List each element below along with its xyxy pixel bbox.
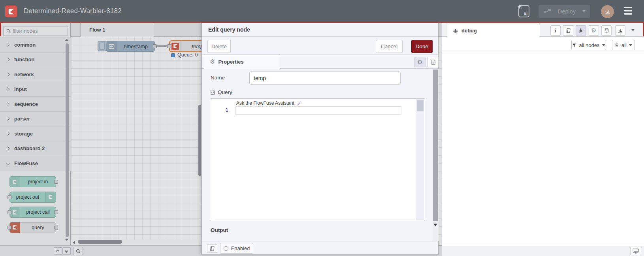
node-help-button[interactable]	[207, 244, 217, 253]
magic-wand-icon	[297, 100, 302, 106]
chevron-right-icon	[6, 132, 10, 136]
tab-properties[interactable]: ⚙ Properties	[204, 54, 280, 69]
palette-category-parser[interactable]: parser	[0, 112, 71, 127]
palette-scroll-up-icon[interactable]	[65, 39, 69, 41]
chevron-down-icon	[6, 161, 10, 165]
editor-current-line[interactable]	[235, 106, 401, 115]
query-code-editor[interactable]: Ask the FlowFuse Assistant 1	[210, 98, 425, 221]
node-output-port[interactable]	[54, 210, 58, 214]
palette-scroll-down-icon[interactable]	[65, 239, 69, 241]
node-input-port[interactable]	[8, 210, 11, 214]
inject-node-timestamp[interactable]: timestamp	[106, 41, 155, 52]
chevron-right-icon	[6, 43, 10, 47]
user-avatar[interactable]: st	[601, 5, 614, 18]
node-status-dot	[171, 53, 175, 57]
deploy-button[interactable]: Deploy	[539, 5, 590, 18]
chevron-down-icon	[602, 44, 605, 46]
name-field-label: Name	[211, 75, 225, 81]
palette-category-flowfuse[interactable]: FlowFuse	[0, 156, 71, 171]
node-input-port[interactable]	[167, 44, 171, 48]
gear-icon: ⚙	[591, 28, 596, 34]
debug-clear-button[interactable]: all	[612, 40, 635, 50]
editor-scrollbar-thumb[interactable]	[417, 100, 424, 111]
node-input-port[interactable]	[8, 195, 11, 199]
done-button[interactable]: Done	[411, 40, 433, 53]
expand-all-button[interactable]	[62, 247, 71, 255]
document-icon	[430, 59, 436, 65]
funnel-icon	[572, 43, 576, 47]
assistant-placeholder[interactable]: Ask the FlowFuse Assistant	[236, 100, 302, 106]
header: Determined-Reed-Warbler-8182 AI Deploy s…	[0, 0, 644, 23]
query-section-label: Query	[210, 89, 232, 95]
palette-node-project-call[interactable]: project call	[9, 207, 56, 218]
code-file-icon	[210, 89, 215, 95]
palette-category-network[interactable]: network	[0, 67, 71, 82]
inject-trigger-button[interactable]	[98, 41, 106, 51]
ai-assistant-button[interactable]: AI	[518, 5, 529, 17]
dialog-scrollbar-track[interactable]	[433, 69, 439, 241]
palette-category-input[interactable]: input	[0, 82, 71, 97]
palette-category-common[interactable]: common	[0, 38, 71, 53]
deploy-label: Deploy	[551, 8, 582, 15]
node-output-port[interactable]	[54, 180, 58, 184]
debug-footer	[442, 246, 644, 256]
palette-category-sequence[interactable]: sequence	[0, 97, 71, 112]
chevron-right-icon	[6, 102, 10, 106]
output-section-label: Output	[211, 227, 228, 233]
search-icon	[6, 28, 11, 34]
palette-node-project-in[interactable]: project in	[9, 176, 56, 187]
enabled-toggle-button[interactable]: Enabled	[220, 243, 253, 254]
scroll-down-icon[interactable]	[433, 224, 437, 226]
node-settings-button[interactable]: ⚙	[414, 57, 426, 67]
flowfuse-node-icon	[10, 177, 20, 187]
name-input[interactable]	[249, 72, 401, 85]
canvas-vertical-scrollbar[interactable]	[198, 105, 201, 176]
config-nodes-button[interactable]: ⚙	[589, 25, 599, 36]
gear-icon: ⚙	[210, 59, 215, 65]
search-flows-button[interactable]	[73, 247, 83, 255]
node-input-port[interactable]	[8, 226, 11, 230]
chevron-down-icon	[629, 44, 632, 46]
open-console-button[interactable]	[630, 247, 641, 255]
palette-scrollbar[interactable]	[66, 43, 69, 237]
delete-button[interactable]: Delete	[207, 40, 231, 53]
bug-icon	[453, 28, 458, 34]
debug-filter-bar: all nodes all	[442, 37, 644, 51]
chevron-right-icon	[6, 87, 10, 91]
cancel-button[interactable]: Cancel	[376, 40, 403, 53]
node-description-button[interactable]	[427, 57, 439, 67]
edit-node-dialog: Edit query node Delete Cancel Done ⚙ Pro…	[201, 23, 439, 255]
dialog-scrollbar-thumb[interactable]	[433, 70, 438, 221]
node-output-port[interactable]	[54, 226, 58, 230]
help-sidebar-button[interactable]	[563, 25, 573, 36]
sidebar-tab-bar: debug i ⚙	[442, 23, 644, 37]
node-palette: common function network input sequence p…	[0, 23, 71, 256]
monitor-icon	[633, 248, 639, 254]
palette-category-function[interactable]: function	[0, 53, 71, 68]
palette-filter-input[interactable]	[13, 28, 60, 34]
editor-line-number: 1	[217, 107, 228, 113]
deploy-dropdown-caret[interactable]	[582, 10, 586, 12]
palette-node-project-out[interactable]: project out	[9, 192, 56, 203]
context-data-button[interactable]	[601, 25, 612, 36]
sidebar-options-caret[interactable]	[631, 29, 635, 31]
editor-scrollbar-track[interactable]	[416, 99, 424, 220]
dialog-title: Edit query node	[202, 23, 438, 37]
debug-sidebar-button[interactable]	[576, 25, 586, 36]
info-sidebar-button[interactable]: i	[550, 25, 561, 36]
palette-category-storage[interactable]: storage	[0, 126, 71, 141]
dashboard-sidebar-button[interactable]	[615, 25, 625, 36]
main-menu-button[interactable]	[624, 7, 632, 16]
gear-icon: ⚙	[417, 59, 422, 65]
tab-flow-1[interactable]: Flow 1	[80, 23, 154, 37]
radio-circle-icon	[224, 246, 228, 251]
debug-filter-button[interactable]: all nodes	[571, 40, 606, 50]
palette-search[interactable]	[3, 26, 68, 36]
tab-debug[interactable]: debug	[447, 24, 540, 37]
collapse-all-button[interactable]	[54, 247, 62, 255]
palette-node-query[interactable]: query	[9, 222, 56, 233]
canvas-scroll-left-icon[interactable]	[73, 241, 75, 245]
canvas-horizontal-scrollbar[interactable]	[78, 240, 122, 244]
palette-category-dashboard2[interactable]: dashboard 2	[0, 141, 71, 156]
info-icon: i	[555, 27, 556, 34]
